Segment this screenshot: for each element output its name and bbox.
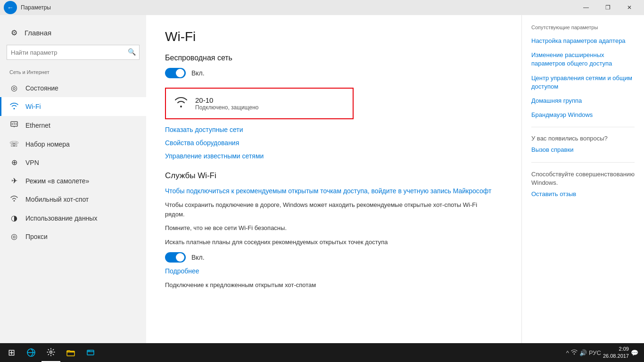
sidebar-item-datausage[interactable]: ◑ Использование данных bbox=[0, 209, 146, 227]
manage-networks-link[interactable]: Управление известными сетями bbox=[165, 152, 503, 160]
sidebar-label-airplane: Режим «в самолете» bbox=[25, 177, 89, 185]
paid-plans-toggle[interactable] bbox=[165, 252, 186, 263]
divider1 bbox=[531, 127, 635, 127]
sidebar-label-dialup: Набор номера bbox=[25, 140, 70, 148]
tray-notification-icon[interactable]: 💬 bbox=[631, 349, 638, 356]
right-panel: Сопутствующие параметры Настройка параме… bbox=[521, 15, 644, 343]
wifi-toggle-row: Вкл. bbox=[165, 68, 503, 78]
status-icon: ◎ bbox=[9, 83, 19, 92]
paid-plans-toggle-label: Вкл. bbox=[191, 254, 205, 261]
sidebar: ⚙ Главная 🔍 Сеть и Интернет ◎ Состояние … bbox=[0, 15, 146, 343]
sidebar-search-container: 🔍 bbox=[7, 45, 140, 60]
related-link-3[interactable]: Домашняя группа bbox=[531, 97, 635, 105]
wifi-services-text2: Помните, что не все сети Wi-Fi безопасны… bbox=[165, 223, 486, 233]
related-link-0[interactable]: Настройка параметров адаптера bbox=[531, 37, 635, 45]
airplane-icon: ✈ bbox=[9, 176, 19, 185]
network-info: 20-10 Подключено, защищено bbox=[195, 96, 259, 111]
details-link[interactable]: Подробнее bbox=[165, 267, 503, 275]
paid-plans-toggle-row: Вкл. bbox=[165, 252, 503, 263]
close-button[interactable]: ✕ bbox=[619, 0, 640, 15]
sidebar-label-vpn: VPN bbox=[25, 159, 39, 166]
sidebar-label-ethernet: Ethernet bbox=[25, 122, 50, 129]
wifi-services-text3: Искать платные планы для соседних рекоме… bbox=[165, 238, 486, 247]
help-link[interactable]: Вызов справки bbox=[531, 146, 635, 154]
sidebar-item-hotspot[interactable]: Мобильный хот-спот bbox=[0, 190, 146, 209]
taskbar-explorer-icon[interactable] bbox=[61, 343, 80, 362]
main-content: Wi-Fi Беспроводная сеть Вкл. 20-10 Подкл… bbox=[146, 15, 521, 343]
vpn-icon: ⊕ bbox=[9, 158, 19, 167]
sidebar-item-vpn[interactable]: ⊕ VPN bbox=[0, 153, 146, 172]
tray-arrow-icon[interactable]: ^ bbox=[566, 349, 569, 356]
network-name: 20-10 bbox=[195, 96, 259, 104]
svg-point-5 bbox=[14, 200, 15, 202]
ethernet-icon bbox=[9, 121, 19, 130]
dialup-icon: ☏ bbox=[9, 140, 19, 148]
sidebar-item-wifi[interactable]: Wi-Fi bbox=[0, 97, 146, 116]
wifi-services-link[interactable]: Чтобы подключиться к рекомендуемым откры… bbox=[165, 187, 503, 195]
start-button[interactable]: ⊞ bbox=[2, 343, 21, 362]
network-status: Подключено, защищено bbox=[195, 104, 259, 111]
svg-point-12 bbox=[88, 351, 89, 352]
datausage-icon: ◑ bbox=[9, 214, 19, 222]
related-link-1[interactable]: Изменение расширенных параметров общего … bbox=[531, 51, 635, 68]
tray-network-icon[interactable] bbox=[571, 349, 578, 356]
wifi-toggle-label: Вкл. bbox=[191, 69, 205, 77]
network-card[interactable]: 20-10 Подключено, защищено bbox=[165, 88, 354, 119]
svg-point-6 bbox=[180, 106, 182, 107]
related-link-2[interactable]: Центр управления сетями и общим доступом bbox=[531, 74, 635, 91]
home-icon: ⚙ bbox=[9, 28, 19, 37]
sidebar-item-proxy[interactable]: ◎ Прокси bbox=[0, 227, 146, 246]
help-title: У вас появились вопросы? bbox=[531, 135, 635, 142]
taskbar: ⊞ ^ 🔊 bbox=[0, 343, 644, 362]
tray-volume-icon[interactable]: 🔊 bbox=[579, 349, 587, 356]
wifi-services-heading: Службы Wi-Fi bbox=[165, 171, 503, 181]
titlebar: ← Параметры — ❐ ✕ bbox=[0, 0, 644, 15]
svg-point-13 bbox=[89, 351, 90, 352]
improve-link[interactable]: Оставить отзыв bbox=[531, 190, 635, 198]
svg-point-14 bbox=[574, 353, 575, 354]
sidebar-label-datausage: Использование данных bbox=[25, 214, 97, 222]
hotspot-text: Подключение к предложенным открытым хот-… bbox=[165, 280, 486, 290]
sidebar-label-wifi: Wi-Fi bbox=[25, 103, 41, 110]
sidebar-home-item[interactable]: ⚙ Главная bbox=[0, 25, 146, 45]
back-button[interactable]: ← bbox=[4, 1, 17, 14]
svg-point-8 bbox=[50, 351, 52, 354]
search-input[interactable] bbox=[7, 45, 140, 60]
sidebar-item-ethernet[interactable]: Ethernet bbox=[0, 116, 146, 135]
app-title: Параметры bbox=[21, 4, 575, 11]
divider2 bbox=[531, 162, 635, 163]
sidebar-item-status[interactable]: ◎ Состояние bbox=[0, 79, 146, 97]
clock-time: 2:09 bbox=[603, 346, 629, 353]
sidebar-section-label: Сеть и Интернет bbox=[0, 67, 146, 79]
minimize-button[interactable]: — bbox=[575, 0, 597, 15]
page-title: Wi-Fi bbox=[165, 29, 503, 44]
sidebar-label-hotspot: Мобильный хот-спот bbox=[25, 196, 89, 203]
clock-date: 26.08.2017 bbox=[603, 353, 629, 360]
wifi-toggle[interactable] bbox=[165, 68, 186, 78]
taskbar-clock[interactable]: 2:09 26.08.2017 bbox=[603, 346, 629, 360]
taskbar-settings-icon[interactable] bbox=[41, 343, 60, 362]
sidebar-item-dialup[interactable]: ☏ Набор номера bbox=[0, 135, 146, 153]
window-controls: — ❐ ✕ bbox=[575, 0, 640, 15]
app-body: ⚙ Главная 🔍 Сеть и Интернет ◎ Состояние … bbox=[0, 15, 644, 343]
back-icon: ← bbox=[7, 4, 14, 11]
related-title: Сопутствующие параметры bbox=[531, 25, 635, 30]
home-label: Главная bbox=[25, 29, 51, 37]
search-icon: 🔍 bbox=[128, 48, 136, 56]
sidebar-label-status: Состояние bbox=[25, 84, 58, 92]
related-link-4[interactable]: Брандмауэр Windows bbox=[531, 111, 635, 119]
proxy-icon: ◎ bbox=[9, 232, 19, 241]
restore-button[interactable]: ❐ bbox=[597, 0, 619, 15]
taskbar-edge-icon[interactable] bbox=[22, 343, 41, 362]
tray-lang[interactable]: РУС bbox=[589, 349, 601, 356]
wireless-section-title: Беспроводная сеть bbox=[165, 54, 503, 62]
hotspot-icon bbox=[9, 195, 19, 204]
hardware-props-link[interactable]: Свойства оборудования bbox=[165, 139, 503, 147]
sidebar-item-airplane[interactable]: ✈ Режим «в самолете» bbox=[0, 172, 146, 190]
system-tray: ^ 🔊 РУС 2:09 26.08.2017 💬 bbox=[562, 346, 642, 360]
network-wifi-icon bbox=[173, 95, 189, 112]
show-networks-link[interactable]: Показать доступные сети bbox=[165, 126, 503, 133]
taskbar-ie-icon[interactable] bbox=[81, 343, 100, 362]
wifi-nav-icon bbox=[9, 102, 19, 111]
sidebar-label-proxy: Прокси bbox=[25, 233, 48, 240]
